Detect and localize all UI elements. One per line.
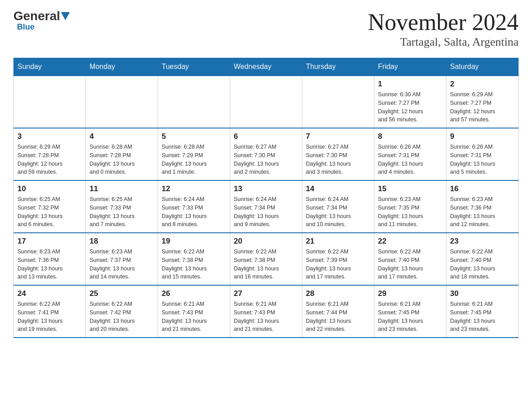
title-area: November 2024 Tartagal, Salta, Argentina [368, 9, 519, 49]
calendar-cell-w2-d3: 5Sunrise: 6:28 AMSunset: 7:29 PMDaylight… [158, 128, 230, 180]
day-number: 16 [450, 184, 515, 193]
day-info: Sunrise: 6:23 AMSunset: 7:36 PMDaylight:… [17, 248, 82, 281]
day-info: Sunrise: 6:22 AMSunset: 7:39 PMDaylight:… [306, 248, 370, 281]
calendar-cell-w3-d1: 10Sunrise: 6:25 AMSunset: 7:32 PMDayligh… [14, 180, 86, 233]
calendar-cell-w2-d5: 7Sunrise: 6:27 AMSunset: 7:30 PMDaylight… [302, 128, 374, 180]
calendar-cell-w5-d5: 28Sunrise: 6:21 AMSunset: 7:44 PMDayligh… [302, 285, 374, 338]
day-info: Sunrise: 6:23 AMSunset: 7:36 PMDaylight:… [450, 195, 515, 229]
calendar-table: Sunday Monday Tuesday Wednesday Thursday… [13, 58, 519, 338]
day-info: Sunrise: 6:25 AMSunset: 7:33 PMDaylight:… [90, 195, 154, 229]
calendar-cell-w3-d4: 13Sunrise: 6:24 AMSunset: 7:34 PMDayligh… [230, 180, 302, 233]
day-info: Sunrise: 6:25 AMSunset: 7:32 PMDaylight:… [17, 195, 82, 229]
day-info: Sunrise: 6:24 AMSunset: 7:34 PMDaylight:… [306, 195, 370, 229]
day-number: 10 [17, 184, 82, 193]
calendar-cell-w2-d2: 4Sunrise: 6:28 AMSunset: 7:28 PMDaylight… [86, 128, 158, 180]
calendar-cell-w1-d1 [14, 76, 86, 128]
day-number: 9 [450, 132, 515, 141]
day-info: Sunrise: 6:21 AMSunset: 7:44 PMDaylight:… [306, 300, 370, 334]
day-info: Sunrise: 6:27 AMSunset: 7:30 PMDaylight:… [306, 143, 370, 176]
day-info: Sunrise: 6:26 AMSunset: 7:31 PMDaylight:… [378, 143, 442, 176]
week-row-3: 10Sunrise: 6:25 AMSunset: 7:32 PMDayligh… [14, 180, 519, 233]
calendar-cell-w3-d3: 12Sunrise: 6:24 AMSunset: 7:33 PMDayligh… [158, 180, 230, 233]
calendar-cell-w4-d5: 21Sunrise: 6:22 AMSunset: 7:39 PMDayligh… [302, 233, 374, 285]
calendar-location: Tartagal, Salta, Argentina [368, 35, 519, 49]
day-number: 30 [450, 289, 515, 298]
day-info: Sunrise: 6:22 AMSunset: 7:38 PMDaylight:… [234, 248, 298, 281]
header-wednesday: Wednesday [230, 58, 302, 76]
header-friday: Friday [374, 58, 446, 76]
calendar-cell-w5-d4: 27Sunrise: 6:21 AMSunset: 7:43 PMDayligh… [230, 285, 302, 338]
day-number: 14 [306, 184, 370, 193]
day-info: Sunrise: 6:23 AMSunset: 7:35 PMDaylight:… [378, 195, 442, 229]
day-number: 2 [450, 80, 515, 89]
day-info: Sunrise: 6:30 AMSunset: 7:27 PMDaylight:… [378, 90, 442, 124]
day-info: Sunrise: 6:21 AMSunset: 7:43 PMDaylight:… [162, 300, 226, 334]
day-number: 25 [90, 289, 154, 298]
calendar-cell-w1-d5 [302, 76, 374, 128]
calendar-cell-w1-d7: 2Sunrise: 6:29 AMSunset: 7:27 PMDaylight… [446, 76, 519, 128]
day-info: Sunrise: 6:22 AMSunset: 7:41 PMDaylight:… [17, 300, 82, 334]
header-sunday: Sunday [14, 58, 86, 76]
day-number: 11 [90, 184, 154, 193]
day-number: 24 [17, 289, 82, 298]
logo-triangle-icon [61, 12, 70, 20]
day-info: Sunrise: 6:21 AMSunset: 7:45 PMDaylight:… [450, 300, 515, 334]
day-number: 18 [90, 237, 154, 246]
calendar-cell-w3-d5: 14Sunrise: 6:24 AMSunset: 7:34 PMDayligh… [302, 180, 374, 233]
calendar-cell-w2-d6: 8Sunrise: 6:26 AMSunset: 7:31 PMDaylight… [374, 128, 446, 180]
calendar-cell-w1-d2 [86, 76, 158, 128]
calendar-cell-w1-d4 [230, 76, 302, 128]
day-number: 13 [234, 184, 298, 193]
week-row-2: 3Sunrise: 6:29 AMSunset: 7:28 PMDaylight… [14, 128, 519, 180]
day-info: Sunrise: 6:24 AMSunset: 7:33 PMDaylight:… [162, 195, 226, 229]
calendar-cell-w1-d6: 1Sunrise: 6:30 AMSunset: 7:27 PMDaylight… [374, 76, 446, 128]
week-row-5: 24Sunrise: 6:22 AMSunset: 7:41 PMDayligh… [14, 285, 519, 338]
calendar-cell-w4-d7: 23Sunrise: 6:22 AMSunset: 7:40 PMDayligh… [446, 233, 519, 285]
day-number: 23 [450, 237, 515, 246]
calendar-title: November 2024 [368, 9, 519, 35]
day-info: Sunrise: 6:24 AMSunset: 7:34 PMDaylight:… [234, 195, 298, 229]
day-number: 12 [162, 184, 226, 193]
calendar-cell-w4-d2: 18Sunrise: 6:23 AMSunset: 7:37 PMDayligh… [86, 233, 158, 285]
day-info: Sunrise: 6:27 AMSunset: 7:30 PMDaylight:… [234, 143, 298, 176]
calendar-cell-w4-d6: 22Sunrise: 6:22 AMSunset: 7:40 PMDayligh… [374, 233, 446, 285]
calendar-cell-w3-d2: 11Sunrise: 6:25 AMSunset: 7:33 PMDayligh… [86, 180, 158, 233]
day-info: Sunrise: 6:28 AMSunset: 7:28 PMDaylight:… [90, 143, 154, 176]
day-info: Sunrise: 6:21 AMSunset: 7:43 PMDaylight:… [234, 300, 298, 334]
calendar-cell-w3-d6: 15Sunrise: 6:23 AMSunset: 7:35 PMDayligh… [374, 180, 446, 233]
day-number: 19 [162, 237, 226, 246]
calendar-cell-w5-d1: 24Sunrise: 6:22 AMSunset: 7:41 PMDayligh… [14, 285, 86, 338]
header: General Blue November 2024 Tartagal, Sal… [13, 9, 519, 49]
day-info: Sunrise: 6:22 AMSunset: 7:40 PMDaylight:… [378, 248, 442, 281]
day-info: Sunrise: 6:26 AMSunset: 7:31 PMDaylight:… [450, 143, 515, 176]
header-tuesday: Tuesday [158, 58, 230, 76]
calendar-cell-w4-d3: 19Sunrise: 6:22 AMSunset: 7:38 PMDayligh… [158, 233, 230, 285]
day-number: 8 [378, 132, 442, 141]
calendar-cell-w2-d7: 9Sunrise: 6:26 AMSunset: 7:31 PMDaylight… [446, 128, 519, 180]
day-info: Sunrise: 6:22 AMSunset: 7:40 PMDaylight:… [450, 248, 515, 281]
weekday-header-row: Sunday Monday Tuesday Wednesday Thursday… [14, 58, 519, 76]
day-info: Sunrise: 6:22 AMSunset: 7:42 PMDaylight:… [90, 300, 154, 334]
day-info: Sunrise: 6:29 AMSunset: 7:28 PMDaylight:… [17, 143, 82, 176]
day-number: 15 [378, 184, 442, 193]
day-info: Sunrise: 6:29 AMSunset: 7:27 PMDaylight:… [450, 90, 515, 124]
calendar-cell-w4-d4: 20Sunrise: 6:22 AMSunset: 7:38 PMDayligh… [230, 233, 302, 285]
calendar-cell-w4-d1: 17Sunrise: 6:23 AMSunset: 7:36 PMDayligh… [14, 233, 86, 285]
day-number: 5 [162, 132, 226, 141]
header-thursday: Thursday [302, 58, 374, 76]
calendar-cell-w5-d3: 26Sunrise: 6:21 AMSunset: 7:43 PMDayligh… [158, 285, 230, 338]
week-row-4: 17Sunrise: 6:23 AMSunset: 7:36 PMDayligh… [14, 233, 519, 285]
day-number: 7 [306, 132, 370, 141]
calendar-cell-w1-d3 [158, 76, 230, 128]
day-number: 6 [234, 132, 298, 141]
day-number: 21 [306, 237, 370, 246]
week-row-1: 1Sunrise: 6:30 AMSunset: 7:27 PMDaylight… [14, 76, 519, 128]
day-number: 28 [306, 289, 370, 298]
day-number: 3 [17, 132, 82, 141]
calendar-cell-w5-d6: 29Sunrise: 6:21 AMSunset: 7:45 PMDayligh… [374, 285, 446, 338]
calendar-cell-w5-d2: 25Sunrise: 6:22 AMSunset: 7:42 PMDayligh… [86, 285, 158, 338]
day-number: 17 [17, 237, 82, 246]
day-number: 26 [162, 289, 226, 298]
day-info: Sunrise: 6:23 AMSunset: 7:37 PMDaylight:… [90, 248, 154, 281]
day-number: 4 [90, 132, 154, 141]
